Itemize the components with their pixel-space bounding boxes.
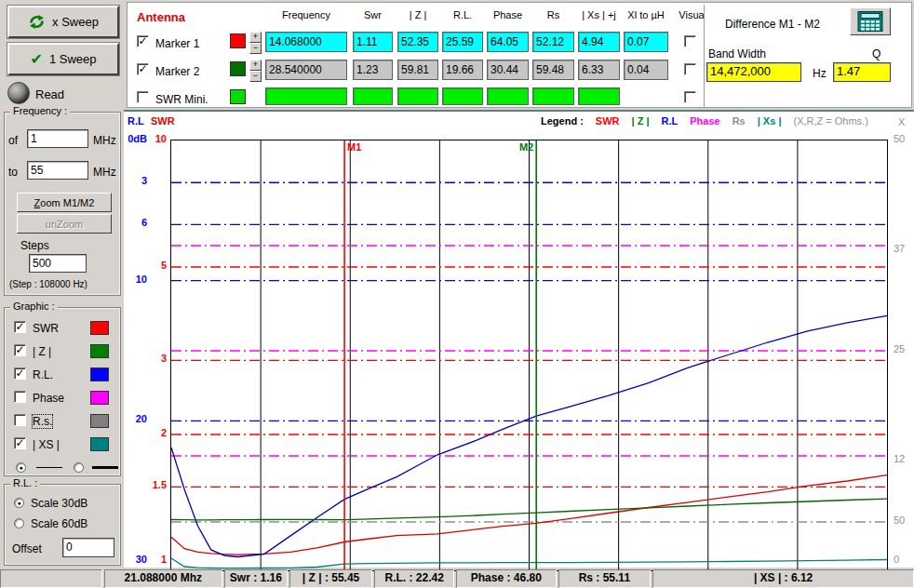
panel-divider [704, 5, 705, 107]
table-cell: 28.540000 [265, 60, 347, 80]
one-sweep-button[interactable]: ✔ 1 Sweep [7, 43, 119, 75]
one-sweep-label: 1 Sweep [49, 52, 97, 66]
graphic-label-0: SWR [33, 322, 59, 335]
marker-label-m1: M1 [347, 141, 361, 153]
refresh-icon [28, 14, 46, 30]
swr-axis-tick: 1 [148, 554, 167, 565]
read-label: Read [35, 87, 64, 101]
status-z: | Z | : 55.45 [289, 569, 373, 588]
spinner-up-button[interactable]: + [249, 60, 262, 71]
graphic-label-2: R.L. [33, 368, 53, 381]
plot-canvas[interactable]: M1M2 [170, 140, 888, 571]
table-cell: 59.48 [532, 60, 574, 80]
thin-line-radio[interactable]: ● [16, 462, 26, 473]
freq-to-input[interactable]: 55 [27, 161, 88, 180]
status-rl: R.L. : 22.42 [374, 569, 454, 588]
q-field[interactable]: 1.47 [833, 62, 891, 82]
rl-axis-tick: 6 [124, 217, 147, 228]
check-icon: ✔ [31, 50, 43, 68]
frequency-group: Frequency : of 1 MHz to 55 MHz Zoom M1/M… [4, 112, 121, 296]
steps-label: Steps [20, 239, 49, 252]
calculator-icon [855, 11, 885, 32]
graphic-checkbox-3[interactable] [14, 391, 26, 403]
graphic-color-swatch-0 [90, 321, 109, 335]
bandwidth-field[interactable]: 14,472,000 [706, 62, 801, 82]
marker1-checkbox[interactable]: ✓ [137, 35, 149, 47]
multi-sweep-button[interactable]: x Sweep [7, 6, 119, 38]
column-header-0: Frequency [265, 9, 347, 20]
graphic-color-swatch-3 [90, 391, 109, 405]
marker2-checkbox[interactable]: ✓ [137, 63, 149, 75]
visual-checkbox[interactable] [684, 91, 696, 103]
swr-axis-tick: 3 [148, 353, 167, 364]
graphic-checkbox-1[interactable]: ✓ [14, 344, 26, 356]
graphic-color-swatch-2 [90, 368, 109, 381]
legend-item-3: Phase [690, 115, 719, 127]
column-header-3: R.L. [442, 9, 483, 20]
x-axis-tick: 50 [894, 133, 912, 144]
offset-label: Offset [12, 542, 42, 555]
scale-60db-radio[interactable] [14, 518, 24, 528]
freq-of-input[interactable]: 1 [27, 129, 88, 148]
difference-title: Difference M1 - M2 [725, 18, 820, 31]
frequency-group-legend: Frequency : [10, 105, 70, 116]
table-cell [487, 87, 529, 105]
graphic-label-3: Phase [33, 392, 64, 405]
table-cell: 4.94 [578, 32, 620, 52]
unzoom-button-label: unZoom [46, 219, 83, 230]
graphic-checkbox-2[interactable]: ✓ [14, 368, 26, 380]
marker1-label: Marker 1 [155, 37, 199, 50]
visual-checkbox[interactable] [684, 63, 696, 75]
swr-axis-tick: 2 [148, 427, 167, 438]
table-cell [265, 87, 347, 105]
status-bar: 21.088000 MhzSwr : 1.16| Z | : 55.45R.L.… [0, 569, 914, 588]
table-cell: 6.33 [578, 60, 620, 80]
table-cell: 0.04 [624, 60, 668, 80]
unzoom-button[interactable]: unZoom [17, 214, 112, 234]
right-axis-title: X [898, 116, 905, 127]
spinner-down-button[interactable]: − [249, 43, 262, 54]
spinner-down-button[interactable]: − [249, 71, 262, 82]
swr-mini-checkbox[interactable] [137, 91, 149, 103]
marker-frequency-spinner[interactable]: +− [249, 32, 262, 54]
status-phase: Phase : 46.80 [456, 569, 557, 588]
graphic-checkbox-4[interactable] [14, 414, 26, 426]
calculator-button[interactable] [850, 7, 891, 35]
column-header-4: Phase [487, 9, 529, 20]
swr-axis-tick: 10 [148, 133, 167, 144]
thin-line-sample [36, 467, 62, 468]
column-header-5: Rs [532, 9, 574, 20]
spinner-up-button[interactable]: + [249, 32, 262, 43]
status-rs: Rs : 55.11 [558, 569, 652, 588]
x-axis-tick: 12 [894, 453, 912, 464]
offset-input[interactable]: 0 [62, 538, 114, 557]
status-swr: Swr : 1.16 [224, 569, 288, 588]
steps-input[interactable]: 500 [29, 254, 87, 273]
visual-checkbox[interactable] [684, 35, 696, 47]
freq-to-unit: MHz [93, 166, 116, 179]
marker-frequency-spinner[interactable]: +− [249, 60, 262, 82]
table-cell [578, 87, 620, 105]
graphic-color-swatch-4 [90, 414, 109, 428]
scale-30db-radio[interactable]: ● [14, 498, 24, 508]
marker-color-swatch [230, 61, 246, 76]
plot-area[interactable]: M1M2 [170, 140, 888, 573]
bandwidth-label: Band Width [708, 47, 766, 60]
graphic-label-1: | Z | [33, 345, 51, 358]
rl-group-legend: R.L. : [10, 477, 40, 488]
column-header-6: | Xs | +j [578, 9, 620, 20]
legend-note: (X,R,Z = Ohms.) [793, 115, 867, 127]
graphic-checkbox-5[interactable]: ✓ [14, 437, 26, 449]
scale-30db-label: Scale 30dB [31, 497, 87, 510]
zoom-m1-m2-button[interactable]: Zoom M1/M2 [17, 193, 112, 212]
thick-line-sample [92, 466, 118, 469]
read-knob-icon[interactable] [7, 82, 30, 104]
legend-item-1: | Z | [632, 115, 650, 127]
graphic-checkbox-0[interactable]: ✓ [14, 321, 26, 333]
table-cell: 0.07 [624, 32, 668, 52]
table-cell [397, 87, 438, 105]
table-cell: 52.12 [532, 32, 574, 52]
thick-line-radio[interactable] [74, 462, 84, 473]
freq-of-unit: MHz [93, 134, 116, 147]
column-header-7: Xl to µH [624, 9, 668, 20]
